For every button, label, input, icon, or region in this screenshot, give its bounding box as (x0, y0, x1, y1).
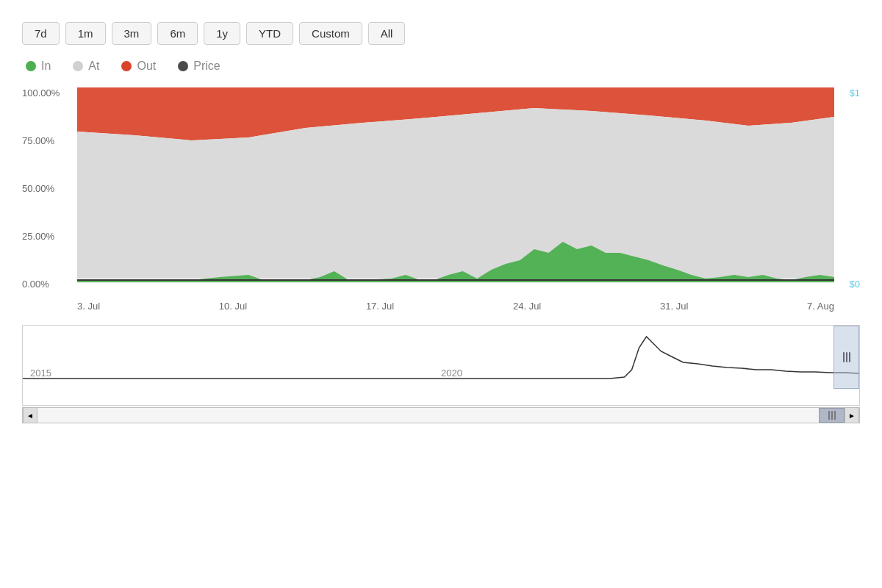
legend-out: Out (121, 60, 156, 73)
scroll-left-button[interactable]: ◄ (23, 407, 37, 423)
chart-svg-area[interactable] (77, 87, 834, 293)
legend-label-price: Price (193, 60, 220, 73)
btn-6m[interactable]: 6m (157, 22, 198, 45)
scroll-right-arrow-icon: ► (848, 412, 856, 420)
navigator-handle[interactable] (833, 326, 859, 389)
y-label-25: 25.00% (22, 231, 77, 242)
btn-all[interactable]: All (368, 22, 406, 45)
legend-price: Price (178, 60, 220, 73)
chart-legend: In At Out Price (22, 60, 860, 73)
nav-year-2015: 2015 (30, 368, 51, 379)
main-chart[interactable]: 100.00% 75.00% 50.00% 25.00% 0.00% $1 $0 (22, 87, 860, 315)
y-axis-right: $1 $0 (834, 87, 860, 293)
btn-ytd[interactable]: YTD (246, 22, 293, 45)
legend-dot-price (178, 61, 188, 71)
x-label-4: 31. Jul (660, 301, 688, 312)
navigator-years: 2015 2020 (23, 366, 859, 380)
x-label-5: 7. Aug (807, 301, 834, 312)
scrollbar[interactable]: ◄ ► (22, 407, 860, 423)
x-label-2: 17. Jul (366, 301, 394, 312)
y-label-75: 75.00% (22, 135, 77, 146)
y-label-right-0: $0 (850, 279, 860, 290)
scroll-grip-2 (831, 411, 833, 420)
time-range-buttons: 7d 1m 3m 6m 1y YTD Custom All (22, 22, 860, 45)
navigator-chart[interactable]: 2015 2020 (22, 325, 860, 406)
main-container: 7d 1m 3m 6m 1y YTD Custom All In At Out … (0, 0, 882, 588)
scroll-grip-1 (828, 411, 830, 420)
handle-grip-icon (843, 352, 850, 362)
legend-label-out: Out (137, 60, 156, 73)
legend-at: At (73, 60, 99, 73)
scroll-left-arrow-icon: ◄ (26, 412, 34, 420)
grip-line-1 (843, 352, 845, 362)
x-label-0: 3. Jul (77, 301, 100, 312)
legend-label-in: In (41, 60, 51, 73)
y-label-100: 100.00% (22, 87, 77, 98)
y-label-50: 50.00% (22, 183, 77, 194)
legend-label-at: At (88, 60, 99, 73)
x-axis: 3. Jul 10. Jul 17. Jul 24. Jul 31. Jul 7… (77, 297, 834, 315)
chart-svg (77, 87, 834, 293)
btn-1m[interactable]: 1m (65, 22, 106, 45)
grip-line-3 (849, 352, 850, 362)
btn-1y[interactable]: 1y (204, 22, 240, 45)
scroll-grip-3 (834, 411, 836, 420)
legend-dot-out (121, 61, 132, 71)
btn-7d[interactable]: 7d (22, 22, 60, 45)
btn-custom[interactable]: Custom (299, 22, 362, 45)
y-label-0: 0.00% (22, 279, 77, 290)
nav-year-2020: 2020 (441, 368, 462, 379)
btn-3m[interactable]: 3m (112, 22, 152, 45)
scroll-right-button[interactable]: ► (845, 407, 859, 423)
legend-dot-in (26, 61, 36, 71)
y-label-right-1: $1 (850, 87, 860, 98)
x-label-1: 10. Jul (219, 301, 247, 312)
x-label-3: 24. Jul (513, 301, 541, 312)
scroll-track[interactable] (37, 408, 845, 423)
scroll-thumb[interactable] (819, 408, 845, 423)
y-axis-left: 100.00% 75.00% 50.00% 25.00% 0.00% (22, 87, 77, 293)
legend-dot-at (73, 61, 83, 71)
grip-line-2 (846, 352, 847, 362)
legend-in: In (26, 60, 51, 73)
